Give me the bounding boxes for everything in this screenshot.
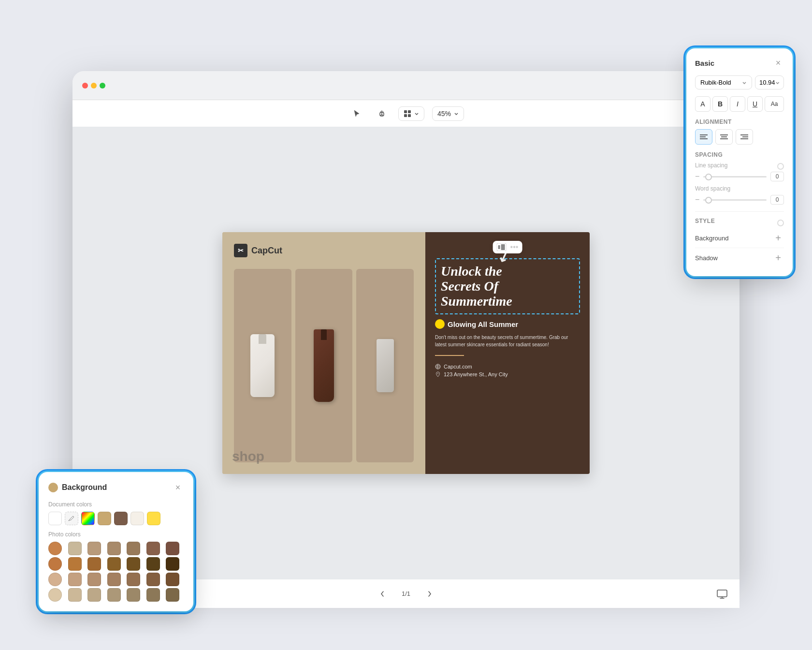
line-spacing-header: Line spacing	[695, 162, 784, 171]
hand-tool-button[interactable]	[373, 105, 391, 122]
photo-color-24[interactable]	[87, 588, 101, 602]
subtitle-row: Glowing All Summer	[435, 319, 580, 329]
line-spacing-slider[interactable]	[703, 176, 767, 177]
font-name-select[interactable]: Rubik-Bold	[695, 75, 752, 89]
photo-color-3[interactable]	[87, 542, 101, 555]
format-panel-close-button[interactable]: ×	[772, 57, 784, 69]
svg-rect-3	[404, 114, 407, 117]
color-swatch-rainbow[interactable]	[81, 512, 95, 525]
font-size-select[interactable]: 10.94	[755, 75, 784, 89]
font-row: Rubik-Bold 10.94	[695, 75, 784, 89]
photo-color-18[interactable]	[107, 573, 121, 586]
present-button[interactable]	[714, 586, 730, 602]
line-spacing-minus[interactable]: −	[695, 172, 699, 181]
document-colors-label: Document colors	[48, 501, 184, 508]
align-left-button[interactable]	[695, 129, 712, 145]
photo-color-21[interactable]	[166, 573, 179, 586]
bottom-text: shop	[232, 449, 416, 464]
prev-page-button[interactable]	[375, 586, 390, 602]
background-style-row: Background +	[695, 228, 784, 248]
address-link: 123 Anywhere St., Any City	[435, 371, 580, 377]
word-spacing-header: Word spacing	[695, 185, 784, 194]
canvas-left: ✂ CapCut shop	[222, 232, 425, 474]
color-swatch-cream[interactable]	[130, 512, 144, 525]
photo-colors-label: Photo colors	[48, 531, 184, 538]
product-2	[295, 269, 353, 462]
tube-silver-icon	[377, 339, 394, 392]
photo-color-8[interactable]	[48, 557, 62, 571]
underline-button[interactable]: U	[747, 96, 763, 112]
word-spacing-minus[interactable]: −	[695, 195, 699, 204]
color-swatch-tan[interactable]	[98, 512, 111, 525]
photo-color-5[interactable]	[127, 542, 140, 555]
photo-color-19[interactable]	[127, 573, 140, 586]
photo-color-23[interactable]	[68, 588, 82, 602]
color-swatch-brown[interactable]	[114, 512, 128, 525]
photo-color-4[interactable]	[107, 542, 121, 555]
background-add-button[interactable]: +	[772, 232, 784, 244]
color-swatch-white[interactable]	[48, 512, 62, 525]
word-spacing-value: 0	[770, 195, 784, 205]
align-right-button[interactable]	[736, 129, 753, 145]
zoom-dropdown[interactable]: 45%	[432, 106, 464, 121]
photo-color-12[interactable]	[127, 557, 140, 571]
photo-color-14[interactable]	[166, 557, 179, 571]
photo-color-11[interactable]	[107, 557, 121, 571]
italic-button[interactable]: I	[730, 96, 745, 112]
photo-color-28[interactable]	[166, 588, 179, 602]
photo-color-13[interactable]	[146, 557, 160, 571]
color-swatch-yellow[interactable]	[147, 512, 160, 525]
svg-rect-6	[498, 245, 500, 249]
text-selection-box[interactable]: Unlock theSecrets OfSummertime	[435, 258, 580, 314]
photo-color-22[interactable]	[48, 588, 62, 602]
svg-rect-10	[717, 590, 727, 597]
shadow-add-button[interactable]: +	[772, 252, 784, 264]
format-buttons-row: A B I U Aa	[695, 96, 784, 112]
color-picker-close-button[interactable]: ×	[172, 482, 184, 493]
text-format-panel: Basic × Rubik-Bold 10.94 A B I U Aa Alig…	[686, 48, 793, 276]
align-center-button[interactable]	[715, 129, 733, 145]
page-indicator: 1/1	[402, 590, 410, 597]
style-section-label: Style	[695, 218, 715, 224]
bold-button[interactable]: B	[712, 96, 728, 112]
close-window-dot[interactable]	[82, 83, 88, 89]
photo-color-27[interactable]	[146, 588, 160, 602]
word-spacing-slider[interactable]	[703, 199, 767, 201]
style-radio	[777, 220, 784, 226]
line-spacing-value: 0	[770, 172, 784, 181]
minimize-window-dot[interactable]	[91, 83, 97, 89]
photo-color-10[interactable]	[87, 557, 101, 571]
eyedropper-swatch[interactable]	[65, 512, 78, 525]
product-1	[234, 269, 291, 462]
panel-header: Background ×	[48, 482, 184, 493]
format-title: Basic	[695, 59, 714, 67]
font-size-value: 10.94	[759, 79, 775, 86]
line-spacing-label: Line spacing	[695, 162, 727, 169]
spacing-section-label: Spacing	[695, 151, 784, 158]
canvas-divider	[435, 355, 464, 356]
photo-color-7[interactable]	[166, 542, 179, 555]
case-button[interactable]: Aa	[765, 96, 784, 112]
photo-color-26[interactable]	[127, 588, 140, 602]
background-style-label: Background	[695, 235, 728, 242]
photo-color-17[interactable]	[87, 573, 101, 586]
plain-text-button[interactable]: A	[695, 96, 710, 112]
photo-color-9[interactable]	[68, 557, 82, 571]
canvas-right: ••• Unlock theSecrets OfSummertime Glowi…	[425, 232, 590, 474]
zoom-value: 45%	[437, 110, 451, 118]
photo-color-2[interactable]	[68, 542, 82, 555]
font-name-value: Rubik-Bold	[700, 79, 731, 86]
select-tool-button[interactable]	[348, 105, 365, 122]
photo-color-6[interactable]	[146, 542, 160, 555]
photo-color-20[interactable]	[146, 573, 160, 586]
photo-color-16[interactable]	[68, 573, 82, 586]
photo-color-15[interactable]	[48, 573, 62, 586]
line-spacing-row: − 0	[695, 172, 784, 181]
headline-text: Unlock theSecrets OfSummertime	[441, 264, 574, 309]
next-page-button[interactable]	[422, 586, 437, 602]
svg-rect-1	[404, 110, 407, 113]
photo-color-25[interactable]	[107, 588, 121, 602]
layout-dropdown[interactable]	[398, 106, 424, 121]
maximize-window-dot[interactable]	[100, 83, 105, 89]
photo-color-1[interactable]	[48, 542, 62, 555]
